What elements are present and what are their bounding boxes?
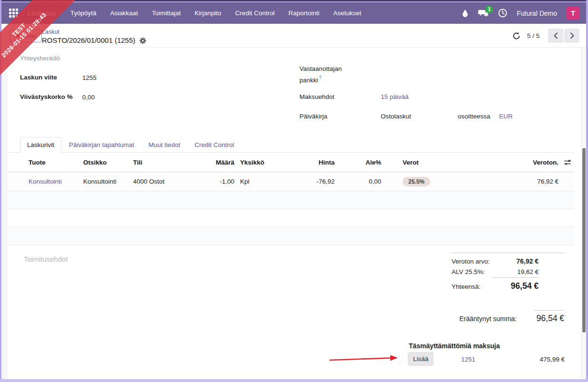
menu-credit-control[interactable]: Credit Control — [235, 10, 274, 17]
recipient-bank-label: Vastaanottajan pankki? — [299, 64, 347, 85]
recipient-bank-label-text: Vastaanottajan pankki — [299, 65, 342, 83]
menu-tyopoyta[interactable]: Työpöytä — [70, 10, 96, 17]
record-name: ROSTO/2026/01/0001 (1255) — [42, 36, 135, 45]
menu-toimittajat[interactable]: Toimittajat — [152, 10, 181, 17]
table-header-row: Tuote Otsikko Tili Määrä Yksikkö Hinta A… — [7, 153, 574, 172]
window-border-bottom — [0, 379, 588, 382]
outstanding-payment-amount: 475,99 € — [540, 356, 565, 363]
untaxed-value: 76,92 € — [496, 257, 539, 265]
line-account[interactable]: 4000 Ostot — [128, 178, 204, 185]
company-name[interactable]: Futural Demo — [517, 10, 557, 17]
optional-columns-icon[interactable] — [561, 159, 574, 166]
line-uom[interactable]: Kpl — [236, 178, 280, 185]
col-maara: Määrä — [204, 159, 236, 166]
help-marker: ? — [319, 75, 322, 80]
line-subtotal: 76,92 € — [471, 178, 561, 185]
new-button-label: Uusi — [23, 32, 36, 39]
line-taxes[interactable]: 25.5% — [384, 177, 471, 186]
pager: 5 / 5 — [512, 29, 579, 43]
invoice-form-screen: Laskutus Työpöytä Asiakkaat Toimittajat … — [0, 0, 588, 382]
main-menu: Työpöytä Asiakkaat Toimittajat Kirjanpit… — [70, 10, 361, 17]
window-border-left — [0, 0, 1, 382]
col-ale: Ale% — [338, 159, 384, 166]
contact-label: Yhteyshenkilö — [20, 55, 60, 62]
window-border-right — [586, 0, 588, 382]
line-label[interactable]: Konsultointi — [78, 178, 128, 185]
total-label: Yhteensä: — [452, 283, 481, 290]
control-bar: Uusi Laskut ROSTO/2026/01/0001 (1255) — [1, 24, 586, 48]
col-tuote: Tuote — [7, 159, 78, 166]
total-value: 96,54 € — [487, 281, 539, 291]
line-quantity[interactable]: -1,00 — [204, 178, 236, 185]
currency-field[interactable]: EUR — [499, 113, 513, 120]
app-brand[interactable]: Laskutus — [28, 9, 56, 17]
user-avatar[interactable]: T — [567, 7, 579, 20]
chat-unread-badge: 1 — [485, 6, 493, 13]
journal-field[interactable]: Ostolaskut — [381, 113, 411, 120]
window-border-top — [0, 0, 588, 2]
menu-kirjanpito[interactable]: Kirjanpito — [194, 10, 221, 17]
tab-credit-control[interactable]: Credit Control — [188, 137, 241, 152]
refresh-icon[interactable] — [512, 32, 521, 40]
annotation-arrow — [328, 354, 399, 363]
notebook-tabs: Laskurivit Päiväkirjan tapahtumat Muut t… — [7, 137, 574, 153]
amount-due-label: Erääntynyt summa: — [459, 315, 517, 323]
drop-icon[interactable] — [462, 9, 469, 18]
line-price[interactable]: -76,92 — [280, 178, 338, 185]
terms-placeholder[interactable]: Toimitusehdot — [24, 255, 68, 263]
late-fee-label: Viivästyskorko % — [20, 93, 73, 100]
col-yksikko: Yksikkö — [236, 159, 280, 166]
amount-due-value: 96,54 € — [534, 310, 564, 323]
pager-next-button[interactable] — [564, 29, 579, 43]
new-button[interactable]: Uusi — [10, 29, 42, 42]
tab-laskurivit[interactable]: Laskurivit — [20, 137, 61, 153]
left-gutter — [1, 48, 7, 379]
col-veroton: Veroton. — [471, 159, 561, 166]
plus-icon — [15, 33, 20, 39]
col-tili: Tili — [128, 159, 204, 166]
menu-asiakkaat[interactable]: Asiakkaat — [110, 10, 138, 17]
journal-connector-text: osoitteessa — [458, 113, 490, 120]
invoice-line-row: Konsultointi Konsultointi 4000 Ostot -1,… — [7, 172, 574, 191]
untaxed-label: Veroton arvo: — [452, 258, 490, 265]
tax-badge: 25.5% — [403, 177, 430, 186]
invoice-ref-label: Laskun viite — [20, 74, 57, 81]
invoice-totals: Veroton arvo: 76,92 € ALV 25.5%: 19,62 €… — [452, 253, 564, 294]
chevron-left-icon — [554, 32, 558, 39]
payment-terms-label: Maksuehdot — [299, 93, 335, 100]
apps-grid-icon[interactable] — [9, 9, 18, 18]
activities-clock-icon[interactable] — [498, 9, 507, 18]
late-fee-field[interactable]: 0,00 — [82, 94, 95, 101]
pager-previous-button[interactable] — [548, 29, 563, 43]
breadcrumb-laskut[interactable]: Laskut — [42, 29, 59, 35]
table-empty-row — [7, 191, 574, 209]
col-otsikko: Otsikko — [78, 159, 128, 166]
pager-count: 5 / 5 — [527, 32, 540, 39]
journal-label: Päiväkirja — [299, 113, 328, 120]
line-discount[interactable]: 0,00 — [338, 178, 384, 185]
gear-icon[interactable] — [139, 37, 146, 44]
breadcrumb: Laskut ROSTO/2026/01/0001 (1255) — [42, 27, 146, 45]
tab-paivakirjan-tapahtumat[interactable]: Päiväkirjan tapahtumat — [62, 137, 141, 152]
invoice-lines-table: Tuote Otsikko Tili Määrä Yksikkö Hinta A… — [7, 153, 574, 245]
col-hinta: Hinta — [280, 159, 338, 166]
add-payment-button[interactable]: Lisää — [408, 352, 434, 366]
chevron-right-icon — [570, 32, 574, 39]
col-verot: Verot — [384, 159, 471, 166]
tax-value: 19,62 € — [492, 268, 539, 278]
menu-asetukset[interactable]: Asetukset — [333, 10, 361, 17]
payment-terms-field[interactable]: 15 päivää — [381, 93, 409, 100]
vertical-scrollbar[interactable] — [581, 48, 586, 379]
chat-icon[interactable]: 1 — [478, 9, 489, 18]
tab-muut-tiedot[interactable]: Muut tiedot — [142, 137, 187, 152]
table-empty-row — [7, 209, 574, 227]
outstanding-payment-reference[interactable]: 1251 — [461, 356, 475, 363]
line-product[interactable]: Konsultointi — [7, 178, 78, 185]
amount-due-row: Erääntynyt summa: 96,54 € — [452, 310, 564, 323]
outstanding-payments-title: Täsmäyttämättömiä maksuja — [409, 342, 500, 350]
tax-label: ALV 25.5%: — [452, 268, 485, 275]
top-navbar: Laskutus Työpöytä Asiakkaat Toimittajat … — [1, 2, 586, 24]
invoice-ref-field[interactable]: 1255 — [82, 74, 96, 81]
scrollbar-thumb[interactable] — [582, 148, 586, 333]
menu-raportointi[interactable]: Raportointi — [289, 10, 319, 17]
